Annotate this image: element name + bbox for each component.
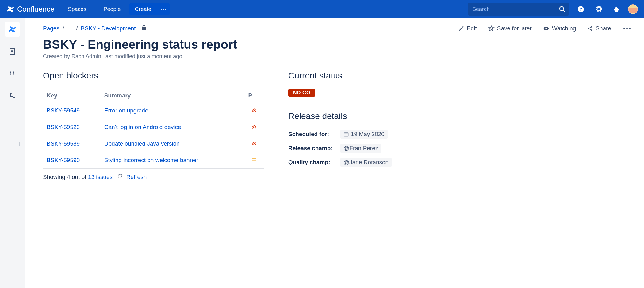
share-button[interactable]: Share [587,25,611,32]
sidebar: ❘❘ [0,18,25,288]
open-blockers-heading: Open blockers [43,71,264,81]
col-key: Key [43,89,101,102]
page-actions: Edit Save for later Watching Share [458,25,632,32]
release-champ-row: Release champ: @Fran Perez [288,144,632,153]
nav-people-label: People [103,6,121,13]
search-box[interactable] [468,3,569,16]
quality-champ-label: Quality champ: [288,159,340,166]
page-content: Pages / … / BSKY - Development Edit Save… [25,18,644,288]
svg-line-17 [589,27,591,28]
profile-avatar[interactable] [628,4,638,14]
sidebar-tree[interactable] [5,88,20,103]
global-nav: Confluence Spaces People Create ? [0,0,644,18]
edit-button[interactable]: Edit [458,25,477,32]
priority-cell [244,102,264,119]
svg-text:?: ? [579,6,582,12]
save-label-pre: Save [497,25,512,32]
quality-champ-row: Quality champ: @Jane Rotanson [288,158,632,167]
issue-summary-link[interactable]: Update bundled Java version [104,140,180,147]
table-row: BSKY-59523Can't log in on Android device [43,119,264,135]
breadcrumb-row: Pages / … / BSKY - Development Edit Save… [43,25,632,32]
refresh-icon [117,174,124,180]
svg-point-1 [163,9,164,10]
issue-summary-link[interactable]: Error on upgrade [104,107,148,114]
star-icon [488,25,495,32]
save-label-post: or later [514,25,532,32]
search-input[interactable] [472,6,559,13]
quality-champ-mention[interactable]: @Jane Rotanson [340,158,392,167]
chevron-down-icon [89,7,94,12]
nav-people[interactable]: People [98,0,125,18]
sidebar-space-icon[interactable] [5,22,20,37]
table-row: BSKY-59549Error on upgrade [43,102,264,119]
current-status-heading: Current status [288,71,632,81]
scheduled-date-value: 19 May 2020 [351,131,385,138]
restrictions-icon[interactable] [141,25,147,32]
breadcrumb-ellipsis[interactable]: … [67,25,73,32]
scheduled-label: Scheduled for: [288,131,340,138]
svg-point-2 [165,9,166,10]
page-byline: Created by Rach Admin, last modified jus… [43,53,632,60]
confluence-logo-icon [6,5,15,13]
ellipsis-icon [160,6,167,12]
watching-label: atching [557,25,576,32]
confluence-space-icon [8,25,17,34]
create-button[interactable]: Create [129,3,157,15]
priority-highest-icon [251,124,257,131]
release-champ-value: @Fran Perez [343,145,378,152]
issue-key-link[interactable]: BSKY-59523 [47,124,80,130]
scheduled-date-chip[interactable]: 19 May 2020 [340,130,388,139]
issue-key-link[interactable]: BSKY-59590 [47,157,80,163]
more-actions-button[interactable] [622,26,632,30]
edit-label: dit [471,25,477,32]
svg-line-18 [589,28,591,30]
create-button-label: Create [135,6,151,13]
issue-summary-link[interactable]: Styling incorrect on welcome banner [104,157,198,163]
status-lozenge: NO GO [288,89,315,97]
table-footer: Showing 4 out of 13 issues Refresh [43,173,264,180]
breadcrumb-sep: / [76,25,78,32]
calendar-icon [343,131,349,137]
quote-icon [8,70,16,78]
share-label: hare [600,25,611,32]
create-more-button[interactable] [157,3,170,15]
blockers-table: Key Summary P BSKY-59549Error on upgrade… [43,89,264,169]
sidebar-collapse-handle[interactable]: ❘❘ [17,141,25,146]
issue-key-link[interactable]: BSKY-59589 [47,140,80,147]
unlock-icon [141,25,147,31]
help-button[interactable]: ? [575,3,587,15]
nav-spaces[interactable]: Spaces [63,0,98,18]
sidebar-blog[interactable] [5,66,20,81]
settings-button[interactable] [592,3,605,15]
breadcrumb-parent[interactable]: BSKY - Development [81,25,136,32]
refresh-link[interactable]: Refresh [126,174,147,180]
confluence-logo[interactable]: Confluence [6,5,54,13]
release-champ-mention[interactable]: @Fran Perez [340,144,381,153]
issue-key-link[interactable]: BSKY-59549 [47,107,80,114]
issues-count-link[interactable]: 13 issues [88,174,113,180]
svg-point-13 [545,28,547,29]
issue-summary-link[interactable]: Can't log in on Android device [104,124,181,130]
svg-point-0 [161,9,162,10]
svg-line-4 [563,10,565,12]
col-summary: Summary [101,89,245,102]
svg-rect-11 [13,97,15,98]
col-priority: P [244,89,264,102]
watching-button[interactable]: Watching [543,25,576,32]
sidebar-pages[interactable] [5,44,20,59]
notifications-button[interactable] [610,3,623,15]
page-tree-icon [8,92,16,100]
priority-cell [244,152,264,169]
page-title: BSKY - Engineering status report [43,38,632,51]
save-for-later-button[interactable]: Save for later [488,25,532,32]
priority-cell [244,135,264,152]
svg-rect-21 [344,133,348,136]
priority-cell [244,119,264,135]
priority-medium-icon [251,157,257,164]
breadcrumb-sep: / [63,25,64,32]
priority-highest-icon [251,141,257,147]
pencil-icon [458,25,464,32]
breadcrumb-root[interactable]: Pages [43,25,59,32]
footer-prefix: Showing 4 out of [43,174,88,180]
share-icon [587,25,593,32]
